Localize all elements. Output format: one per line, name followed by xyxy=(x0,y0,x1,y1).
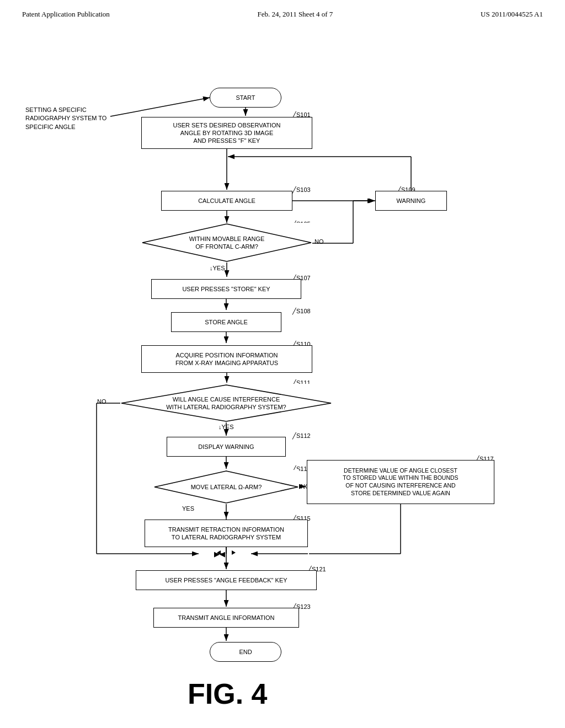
s113-diamond: MOVE LATERAL Ω-ARM? xyxy=(153,470,299,504)
step-s103: ╱S103 xyxy=(292,186,311,194)
branch-yes-s111: ↓YES xyxy=(218,424,234,430)
s108-box: STORE ANGLE xyxy=(171,312,281,332)
step-s108: ╱S108 xyxy=(292,308,311,315)
s103-box: CALCULATE ANGLE xyxy=(161,191,292,211)
svg-marker-31 xyxy=(232,550,236,555)
merge-symbol: ▶◀ xyxy=(214,550,225,558)
branch-yes-s113: YES xyxy=(182,505,194,512)
s115-box: TRANSMIT RETRACTION INFORMATION TO LATER… xyxy=(145,520,308,547)
s109-box: WARNING xyxy=(375,191,447,211)
s110-box: ACQUIRE POSITION INFORMATION FROM X-RAY … xyxy=(141,345,312,373)
s101-box: USER SETS DESIRED OBSERVATION ANGLE BY R… xyxy=(141,117,312,149)
fig-label: FIG. 4 xyxy=(188,677,267,710)
side-annotation: SETTING A SPECIFIC RADIOGRAPHY SYSTEM TO… xyxy=(25,106,108,131)
branch-no-s105: NO xyxy=(315,238,324,245)
branch-yes-s105: ↓YES xyxy=(210,265,225,271)
header-right: US 2011/0044525 A1 xyxy=(481,10,543,19)
s112-box: DISPLAY WARNING xyxy=(167,437,286,457)
s107-box: USER PRESSES "STORE" KEY xyxy=(151,279,301,299)
start-node: START xyxy=(210,88,281,108)
svg-line-32 xyxy=(110,98,210,116)
header-left: Patent Application Publication xyxy=(22,10,110,19)
page-header: Patent Application Publication Feb. 24, … xyxy=(0,0,565,24)
s105-diamond: WITHIN MOVABLE RANGE OF FRONTAL C-ARM? xyxy=(141,223,312,263)
branch-no-s111: NO xyxy=(97,398,106,405)
s121-box: USER PRESSES "ANGLE FEEDBACK" KEY xyxy=(136,570,317,590)
s117-box: DETERMINE VALUE OF ANGLE CLOSEST TO STOR… xyxy=(307,460,494,504)
s123-box: TRANSMIT ANGLE INFORMATION xyxy=(153,608,299,628)
flowchart: SETTING A SPECIFIC RADIOGRAPHY SYSTEM TO… xyxy=(0,24,565,686)
step-s112: ╱S112 xyxy=(292,432,311,440)
end-node: END xyxy=(210,642,281,662)
header-center: Feb. 24, 2011 Sheet 4 of 7 xyxy=(258,10,333,19)
s111-diamond: WILL ANGLE CAUSE INTERFERENCE WITH LATER… xyxy=(120,384,332,422)
